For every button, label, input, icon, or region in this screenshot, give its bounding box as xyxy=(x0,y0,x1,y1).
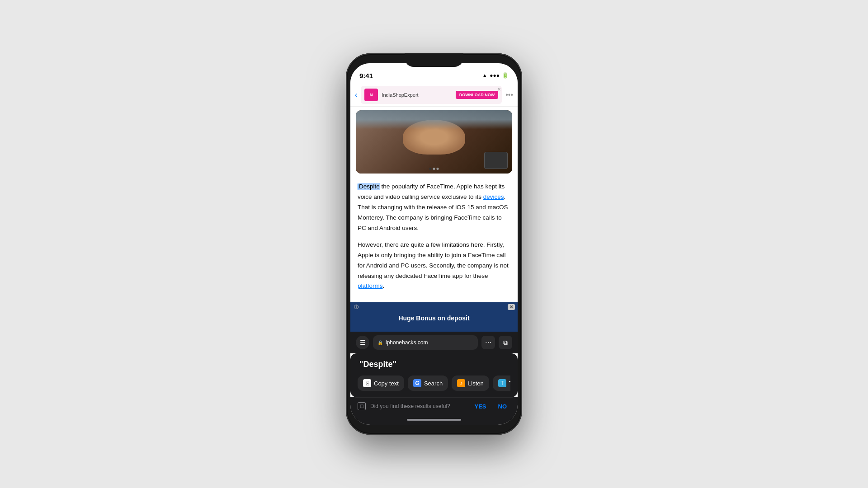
paragraph-1: Despite the popularity of FaceTime, Appl… xyxy=(358,182,510,234)
menu-icon: ☰ xyxy=(360,339,366,346)
devices-link[interactable]: devices xyxy=(483,193,504,200)
copy-text-button[interactable]: ⎘ Copy text xyxy=(358,375,404,391)
article-body: Despite the popularity of FaceTime, Appl… xyxy=(350,177,518,302)
ad-text: IndiaShopExpert xyxy=(382,92,452,98)
video-section xyxy=(350,107,518,177)
feedback-no-button[interactable]: NO xyxy=(495,403,511,410)
video-pip xyxy=(484,152,508,169)
selection-action-buttons: ⎘ Copy text G Search ♪ Listen T Tran... xyxy=(358,375,510,391)
home-indicator xyxy=(350,415,518,425)
copy-text-icon: ⎘ xyxy=(363,379,371,387)
copy-page-button[interactable]: ⧉ xyxy=(499,336,512,349)
more-icon[interactable]: ••• xyxy=(505,91,513,99)
ad-close-icon[interactable]: ✕ xyxy=(497,87,501,92)
copy-icon: ⧉ xyxy=(503,339,508,347)
search-label: Search xyxy=(424,380,443,387)
safari-url-bar[interactable]: 🔒 iphonehacks.com xyxy=(373,335,478,350)
listen-button[interactable]: ♪ Listen xyxy=(452,375,489,391)
dots-icon: ⋯ xyxy=(485,339,491,346)
search-button[interactable]: G Search xyxy=(408,375,448,391)
safari-actions: ⋯ ⧉ xyxy=(481,336,512,349)
phone-device: 9:41 ▲ ●●● 🔋 ‹ M IndiaShopExpert DOWNLOA… xyxy=(346,53,522,435)
ad-info-icon: ⓘ xyxy=(354,304,359,310)
feedback-icon: ☐ xyxy=(358,402,366,410)
listen-icon: ♪ xyxy=(457,379,465,387)
selected-word-display: "Despite" xyxy=(358,360,510,369)
status-time: 9:41 xyxy=(359,72,373,80)
translate-button[interactable]: T Tran... xyxy=(493,375,510,391)
battery-icon: 🔋 xyxy=(502,72,509,79)
top-ad-banner: ‹ M IndiaShopExpert DOWNLOAD NOW ✕ ••• xyxy=(350,83,518,107)
feedback-question: Did you find these results useful? xyxy=(370,403,466,409)
bottom-ad-text: Huge Bonus on deposit xyxy=(398,314,469,322)
video-dot-1 xyxy=(429,168,432,170)
listen-label: Listen xyxy=(468,380,484,387)
home-bar xyxy=(407,419,461,421)
nav-back-icon[interactable]: ‹ xyxy=(355,91,357,99)
notch xyxy=(405,53,463,67)
wifi-icon: ▲ xyxy=(482,72,487,79)
safari-menu-icon[interactable]: ☰ xyxy=(356,336,369,349)
safari-mini-bar: ☰ 🔒 iphonehacks.com ⋯ ⧉ xyxy=(350,332,518,353)
selection-cursor-start xyxy=(358,183,359,190)
selection-popup: "Despite" ⎘ Copy text G Search ♪ Listen … xyxy=(350,353,518,397)
video-dots xyxy=(429,168,439,170)
content-area: ‹ M IndiaShopExpert DOWNLOAD NOW ✕ ••• xyxy=(350,83,518,332)
more-options-button[interactable]: ⋯ xyxy=(481,336,495,349)
myntra-logo: M xyxy=(364,89,378,101)
ad-banner-inner: M IndiaShopExpert DOWNLOAD NOW ✕ xyxy=(361,86,502,104)
feedback-bar: ☐ Did you find these results useful? YES… xyxy=(350,397,518,415)
copy-text-label: Copy text xyxy=(374,380,399,387)
status-icons: ▲ ●●● 🔋 xyxy=(482,72,509,79)
search-icon: G xyxy=(413,379,421,387)
translate-icon: T xyxy=(498,379,506,387)
platforms-link[interactable]: platforms xyxy=(358,282,383,289)
ad-download-button[interactable]: DOWNLOAD NOW xyxy=(456,91,499,99)
phone-screen: 9:41 ▲ ●●● 🔋 ‹ M IndiaShopExpert DOWNLOA… xyxy=(350,63,518,425)
feedback-yes-button[interactable]: YES xyxy=(471,403,490,410)
selected-text: Despite xyxy=(359,183,380,190)
bottom-ad-banner: ⓘ Huge Bonus on deposit ✕ xyxy=(350,302,518,332)
video-dot-3 xyxy=(437,168,439,170)
bottom-ad-close-icon[interactable]: ✕ xyxy=(508,304,515,310)
url-text: iphonehacks.com xyxy=(386,339,428,346)
translate-label: Tran... xyxy=(509,380,510,387)
video-dot-2 xyxy=(433,168,435,170)
signal-icon: ●●● xyxy=(490,72,500,79)
paragraph-2: However, there are quite a few limitatio… xyxy=(358,240,510,292)
video-thumbnail[interactable] xyxy=(356,110,512,174)
lock-icon: 🔒 xyxy=(377,340,383,345)
